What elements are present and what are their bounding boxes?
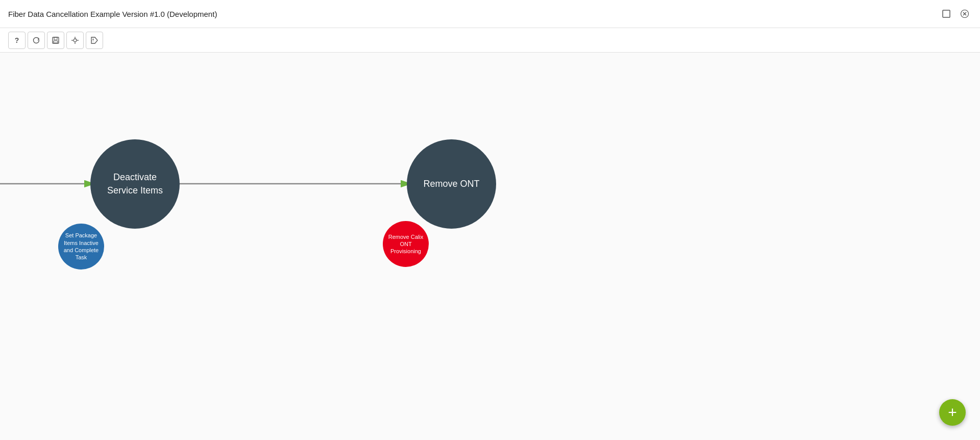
properties-icon <box>71 36 79 44</box>
canvas: Deactivate Service Items Remove ONT Set … <box>0 53 980 440</box>
add-node-button[interactable]: + <box>939 399 966 426</box>
refresh-button[interactable] <box>28 32 45 49</box>
svg-rect-0 <box>943 10 950 17</box>
svg-rect-6 <box>54 41 58 43</box>
window-icon-button[interactable] <box>939 7 953 21</box>
node-remove-calix-ont[interactable]: Remove Calix ONT Provisioning <box>383 221 429 267</box>
node-remove-calix-label: Remove Calix ONT Provisioning <box>383 229 429 259</box>
window-icon <box>942 9 951 18</box>
svg-rect-5 <box>54 37 57 40</box>
node-deactivate-service-items[interactable]: Deactivate Service Items <box>90 139 180 229</box>
node-set-package-label: Set Package Items Inactive and Complete … <box>58 228 104 265</box>
properties-button[interactable] <box>66 32 84 49</box>
node-remove-ont-label: Remove ONT <box>415 169 487 199</box>
canvas-svg <box>0 53 980 440</box>
header: Fiber Data Cancellation Example Version … <box>0 0 980 28</box>
save-button[interactable] <box>47 32 64 49</box>
node-deactivate-label: Deactivate Service Items <box>90 163 180 205</box>
refresh-icon <box>32 36 40 44</box>
help-button[interactable]: ? <box>8 32 26 49</box>
page-title: Fiber Data Cancellation Example Version … <box>8 10 217 18</box>
close-icon <box>961 10 969 18</box>
node-set-package-items[interactable]: Set Package Items Inactive and Complete … <box>58 224 104 270</box>
save-icon <box>52 36 60 44</box>
plus-icon: + <box>948 405 957 420</box>
tag-button[interactable] <box>86 32 103 49</box>
help-icon: ? <box>15 36 19 44</box>
svg-point-7 <box>74 39 77 42</box>
close-button[interactable] <box>958 7 972 21</box>
header-icons <box>939 7 972 21</box>
tag-icon <box>90 36 99 44</box>
svg-point-12 <box>92 38 93 39</box>
node-remove-ont[interactable]: Remove ONT <box>407 139 496 229</box>
toolbar: ? <box>0 28 980 53</box>
